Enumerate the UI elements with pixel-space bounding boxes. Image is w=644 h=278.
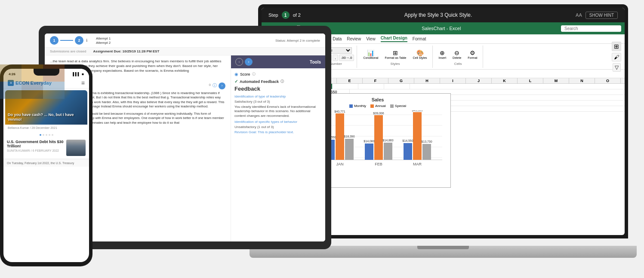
bar-feb-annual <box>374 115 383 160</box>
excel-file-title: SalesChart - Excel <box>322 26 561 31</box>
menu-format[interactable]: Format <box>413 37 426 41</box>
menu-view[interactable]: View <box>366 37 376 41</box>
svg-text:MAR: MAR <box>413 162 422 166</box>
add-element-btn[interactable]: ⊞ <box>612 42 621 51</box>
format-table-label: Format as Table <box>385 56 406 59</box>
news-item-1[interactable]: U.S. Government Debt hits $30 Trillion! … <box>3 137 89 159</box>
score-row: ◉ Score ⓘ <box>234 72 322 76</box>
svg-text:$40,771: $40,771 <box>334 110 345 113</box>
step-label: Step <box>268 12 278 18</box>
carousel-dots <box>3 134 89 136</box>
filter-btn[interactable]: ▽ <box>613 63 621 72</box>
col-e: E <box>337 78 363 83</box>
format-label: Format <box>468 56 477 59</box>
col-m: M <box>543 78 569 83</box>
delete-icon: ⊖ <box>454 49 459 56</box>
bar-jan-special <box>345 139 354 160</box>
info-icon: ℹ <box>86 38 87 43</box>
excel-search-input[interactable] <box>561 25 621 32</box>
featured-card[interactable]: Do you have cash? ... No, but I have Ven… <box>5 90 87 131</box>
score-label: Score <box>240 72 250 76</box>
menu-chart-design[interactable]: Chart Design <box>381 36 407 42</box>
news-image-capitol <box>66 140 86 156</box>
col-f: F <box>363 78 388 83</box>
due-label: Assignment Due: <box>93 49 121 53</box>
svg-text:FEB: FEB <box>375 162 382 166</box>
menu-review[interactable]: Review <box>347 37 361 41</box>
feedback-description: You clearly identified Emma's lack of tr… <box>234 105 322 118</box>
insert-icon: ⊕ <box>440 49 445 56</box>
insert-btn[interactable]: ⊕ Insert <box>436 48 449 61</box>
score-circle-icon: ◉ <box>234 72 238 76</box>
bar-mar-monthly <box>404 143 412 160</box>
svg-text:$13,730: $13,730 <box>421 140 432 143</box>
legend-monthly-dot <box>349 104 353 108</box>
legend-special-label: Special <box>395 104 406 108</box>
menu-data[interactable]: Data <box>333 37 342 41</box>
cell-styles-icon: 🎨 <box>416 49 424 56</box>
card-author: Bellanca Kumar <box>8 126 29 129</box>
show-hint-button[interactable]: SHOW HINT <box>585 12 618 19</box>
legend-monthly: Monthly <box>349 104 366 108</box>
decrease-decimal-btn[interactable]: .00→.0 <box>339 55 354 61</box>
cell-styles-btn[interactable]: 🎨 Cell Styles <box>410 48 430 61</box>
cell-empty3 <box>384 84 410 89</box>
card-meta: Bellanca Kumar / 28 December 2021 <box>5 125 87 131</box>
info-circle[interactable]: ⓘ <box>213 82 217 89</box>
feedback-item-behavior[interactable]: Identification of specific types of beha… <box>234 120 322 124</box>
legend-annual-label: Annual <box>375 104 386 108</box>
answer-placeholder: 0 <box>209 82 211 89</box>
brush-btn[interactable]: 🖌 <box>612 53 621 61</box>
nav-back-btn[interactable]: ‹ <box>235 58 243 66</box>
svg-rect-22 <box>5 90 22 99</box>
svg-text:$14,080: $14,080 <box>364 140 374 143</box>
insert-label: Insert <box>439 56 447 59</box>
conditional-icon: 📊 <box>367 49 374 56</box>
news-author-1: SUNITA KUMARI <box>7 149 30 152</box>
feedback-section: ✓ Automated Feedback ⓘ Feedback Identifi… <box>234 79 322 134</box>
attempt2-circle: 2 <box>75 36 83 45</box>
step-indicator: Step 1 of 2 <box>268 11 301 19</box>
attempt-status: Status: Attempt 2 in complete <box>275 39 320 43</box>
card-image: Do you have cash? ... No, but I have Ven… <box>5 90 87 125</box>
legend-special: Special <box>390 104 406 108</box>
news-title-1: U.S. Government Debt hits $30 Trillion! <box>7 140 65 148</box>
nav-forward-btn[interactable]: › <box>245 58 253 66</box>
col-n: N <box>569 78 595 83</box>
ribbon-styles-group: 📊 Conditional ⊞ Format as Table 🎨 Cell S… <box>361 46 432 68</box>
delete-btn[interactable]: ⊖ Delete <box>450 48 464 61</box>
feedback-item-leadership-type[interactable]: Identification of type of leadership <box>234 95 322 98</box>
feedback-heading: Feedback <box>234 86 322 92</box>
tools-content: ◉ Score ⓘ ✓ Automated Feedback ⓘ <box>231 68 325 140</box>
automated-feedback-label: ✓ Automated Feedback ⓘ <box>234 79 322 84</box>
legend-special-dot <box>390 104 394 108</box>
format-as-table-btn[interactable]: ⊞ Format as Table <box>382 48 409 61</box>
phone-footer: On Tuesday, February 1st 2022, the U.S. … <box>3 159 89 167</box>
forward-btn[interactable]: › <box>219 82 225 89</box>
attempt-bar: 1 2 ℹ Attempt 1 Attempt 2 Status: Attemp… <box>45 34 325 48</box>
tools-header: ‹ › Tools <box>231 55 325 68</box>
bar-mar-special <box>422 144 431 160</box>
phone: 4:26 ▌▌▌ ■ ✕ ECON Everyday ≡ <box>0 64 92 266</box>
dot-5 <box>52 134 53 136</box>
bar-mar-annual <box>413 112 422 160</box>
tablet-sidebar: ‹ › Tools ◉ Score ⓘ <box>231 55 325 241</box>
assignment-due: Assignment Due: 10/25/19 11:28 PM EST <box>93 49 159 53</box>
feedback-info-icon: ⓘ <box>280 79 284 84</box>
cell-empty1 <box>333 84 358 89</box>
comma-btn[interactable]: , <box>333 55 338 61</box>
col-l: L <box>518 78 543 83</box>
cell-styles-label: Cell Styles <box>413 56 427 59</box>
svg-text:$14,550: $14,550 <box>402 139 413 142</box>
ribbon-cells-group: ⊕ Insert ⊖ Delete ⚙ Format Cells <box>436 46 483 68</box>
format-btn[interactable]: ⚙ Format <box>465 48 480 61</box>
col-o: O <box>595 78 621 83</box>
conditional-formatting-btn[interactable]: 📊 Conditional <box>361 48 381 61</box>
bar-jan-annual <box>336 113 344 160</box>
step-total: of 2 <box>293 12 301 18</box>
phone-body: 4:26 ▌▌▌ ■ ✕ ECON Everyday ≡ <box>0 64 92 266</box>
unsatisfactory-rating: Unsatisfactory (1 out of 3) <box>234 125 322 129</box>
dot-4 <box>49 134 50 136</box>
due-date: 10/25/19 11:28 PM EST <box>123 49 160 53</box>
news-text-1: U.S. Government Debt hits $30 Trillion! … <box>7 140 65 152</box>
